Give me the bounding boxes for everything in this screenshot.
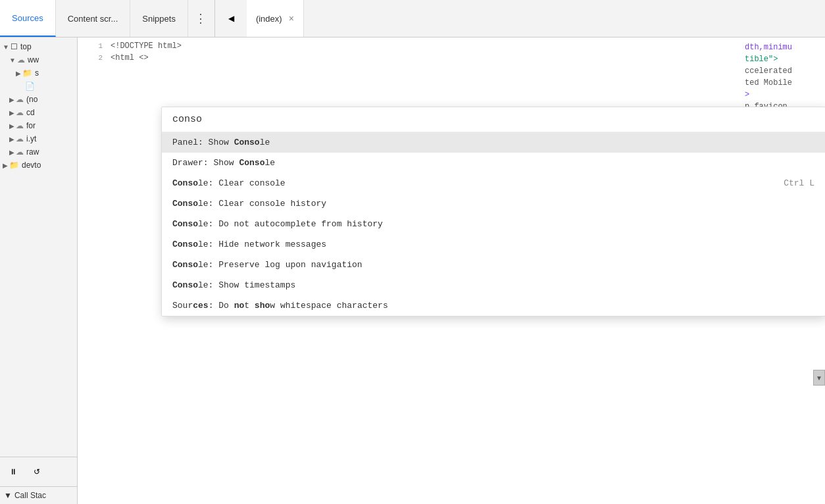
pause-button[interactable]: ⏸ xyxy=(4,463,22,481)
autocomplete-item-7-bold: Conso xyxy=(172,280,198,290)
tree-item-iyt[interactable]: ▶ ☁ i.yt xyxy=(0,132,77,145)
tab-bar: Sources Content scr... Snippets ⋮ ◀ (ind… xyxy=(0,0,825,38)
autocomplete-item-3-left: Console: Clear console history xyxy=(172,199,326,209)
autocomplete-item-7-left: Console: Show timestamps xyxy=(172,280,295,290)
autocomplete-item-3[interactable]: Console: Clear console history xyxy=(162,193,825,214)
autocomplete-item-8-left: Sources: Do not show whitespace characte… xyxy=(172,301,388,311)
tab-snippets-label: Snippets xyxy=(142,14,176,24)
tree-item-cd[interactable]: ▶ ☁ cd xyxy=(0,106,77,119)
arrow-raw: ▶ xyxy=(9,149,14,156)
autocomplete-item-0-suffix: le xyxy=(260,138,270,147)
arrow-devto: ▶ xyxy=(3,162,8,169)
autocomplete-item-5-left: Console: Hide network messages xyxy=(172,239,326,249)
arrow-top: ▼ xyxy=(3,43,9,51)
tree-label-s: s xyxy=(35,68,39,78)
autocomplete-item-8-suffix: : Do not show whitespace characters xyxy=(209,301,388,311)
tab-sources-label: Sources xyxy=(12,13,43,23)
autocomplete-query: conso xyxy=(172,114,202,125)
main-layout: ▼ ☐ top ▼ ☁ ww ▶ 📁 s ▶ 📄 ▶ xyxy=(0,38,825,504)
autocomplete-item-3-suffix: le: Clear console history xyxy=(198,199,326,209)
editor-line-1: 1 <!DOCTYPE html> xyxy=(83,41,820,53)
cloud-icon-iyt: ☁ xyxy=(16,134,24,143)
autocomplete-item-6-bold: Conso xyxy=(172,260,198,270)
right-line-3: ccelerated xyxy=(745,65,820,77)
autocomplete-item-1-prefix: Drawer: Show xyxy=(172,158,239,168)
autocomplete-item-6[interactable]: Console: Preserve log upon navigation xyxy=(162,255,825,275)
cloud-icon-raw: ☁ xyxy=(16,147,24,157)
autocomplete-item-8[interactable]: Sources: Do not show whitespace characte… xyxy=(162,295,825,316)
autocomplete-item-4[interactable]: Console: Do not autocomplete from histor… xyxy=(162,214,825,234)
autocomplete-item-8-bold: ces xyxy=(193,301,208,311)
autocomplete-item-7-suffix: le: Show timestamps xyxy=(198,280,295,290)
tree-label-devto: devto xyxy=(22,161,41,170)
file-tab-index[interactable]: (index) × xyxy=(247,0,304,37)
autocomplete-item-4-bold: Conso xyxy=(172,219,198,229)
autocomplete-input-display: conso xyxy=(162,107,825,132)
editor-content: 1 <!DOCTYPE html> 2 <html <> xyxy=(78,38,825,69)
autocomplete-item-2-bold: Conso xyxy=(172,178,198,188)
line-code-1: <!DOCTYPE html> xyxy=(111,41,182,51)
tree-item-top[interactable]: ▼ ☐ top xyxy=(0,40,77,53)
autocomplete-item-2-shortcut: Ctrl L xyxy=(784,178,814,188)
autocomplete-item-5-suffix: le: Hide network messages xyxy=(198,239,326,249)
editor-line-2: 2 <html <> xyxy=(83,53,820,65)
tree-item-file[interactable]: ▶ 📄 xyxy=(0,80,77,93)
tree-item-ww[interactable]: ▼ ☁ ww xyxy=(0,53,77,66)
close-tab-icon[interactable]: × xyxy=(289,13,294,24)
line-number-2: 2 xyxy=(83,54,103,62)
autocomplete-item-8-prefix: Sour xyxy=(172,301,193,311)
call-stack-header[interactable]: ▼ Call Stac xyxy=(4,491,73,500)
scroll-indicator[interactable]: ▼ xyxy=(813,370,825,386)
tab-sources[interactable]: Sources xyxy=(0,0,56,37)
autocomplete-item-1-left: Drawer: Show Console xyxy=(172,158,275,168)
tree-item-for[interactable]: ▶ ☁ for xyxy=(0,119,77,132)
autocomplete-item-0-prefix: Panel: Show xyxy=(172,138,234,147)
autocomplete-item-1[interactable]: Drawer: Show Console xyxy=(162,153,825,173)
tree-item-raw[interactable]: ▶ ☁ raw xyxy=(0,145,77,159)
arrow-no: ▶ xyxy=(9,96,14,103)
tree-label-raw: raw xyxy=(26,147,39,157)
pause-icon: ⏸ xyxy=(9,467,17,476)
autocomplete-item-0[interactable]: Panel: Show Console xyxy=(162,132,825,153)
file-tab-label: (index) xyxy=(256,14,282,24)
arrow-s: ▶ xyxy=(16,70,21,77)
sidebar: ▼ ☐ top ▼ ☁ ww ▶ 📁 s ▶ 📄 ▶ xyxy=(0,38,78,504)
autocomplete-item-0-left: Panel: Show Console xyxy=(172,138,270,147)
autocomplete-item-1-suffix: le xyxy=(264,158,275,168)
cloud-icon-cd: ☁ xyxy=(16,108,24,117)
right-line-2: tible"> xyxy=(745,53,820,65)
tab-snippets[interactable]: Snippets xyxy=(130,0,188,37)
autocomplete-item-3-bold: Conso xyxy=(172,199,198,209)
arrow-iyt: ▶ xyxy=(9,136,14,143)
line-number-1: 1 xyxy=(83,42,103,50)
autocomplete-item-0-bold: Conso xyxy=(234,138,260,147)
call-stack-label: Call Stac xyxy=(14,491,46,500)
right-line-1: dth,minimu xyxy=(745,41,820,53)
tree-item-s[interactable]: ▶ 📁 s xyxy=(0,66,77,80)
autocomplete-item-4-suffix: le: Do not autocomplete from history xyxy=(198,219,383,229)
panel-toggle-icon: ◀ xyxy=(228,14,234,23)
more-menu-button[interactable]: ⋮ xyxy=(188,11,213,26)
tree-label-iyt: i.yt xyxy=(26,134,36,143)
autocomplete-item-7[interactable]: Console: Show timestamps xyxy=(162,275,825,295)
step-button[interactable]: ↺ xyxy=(28,463,46,481)
autocomplete-item-5-bold: Conso xyxy=(172,239,198,249)
autocomplete-item-6-suffix: le: Preserve log upon navigation xyxy=(198,260,362,270)
tree-label-cd: cd xyxy=(26,108,35,117)
autocomplete-item-2-suffix: le: Clear console xyxy=(198,178,286,188)
tab-content-scripts-label: Content scr... xyxy=(68,14,118,24)
panel-toggle-button[interactable]: ◀ xyxy=(219,6,244,31)
tree-item-devto[interactable]: ▶ 📁 devto xyxy=(0,159,77,172)
tree-label-ww: ww xyxy=(28,55,39,64)
autocomplete-item-2[interactable]: Console: Clear console Ctrl L xyxy=(162,173,825,193)
more-icon: ⋮ xyxy=(195,11,207,26)
tab-separator xyxy=(214,0,215,38)
cloud-icon-ww: ☁ xyxy=(17,55,25,64)
autocomplete-item-1-bold: Conso xyxy=(239,158,264,168)
autocomplete-item-6-left: Console: Preserve log upon navigation xyxy=(172,260,362,270)
tab-content-scripts[interactable]: Content scr... xyxy=(56,0,131,37)
autocomplete-item-5[interactable]: Console: Hide network messages xyxy=(162,234,825,255)
line-code-2: <html <> xyxy=(111,53,149,63)
tree-item-no[interactable]: ▶ ☁ (no xyxy=(0,93,77,106)
editor-area: 1 <!DOCTYPE html> 2 <html <> dth,minimu … xyxy=(78,38,825,504)
